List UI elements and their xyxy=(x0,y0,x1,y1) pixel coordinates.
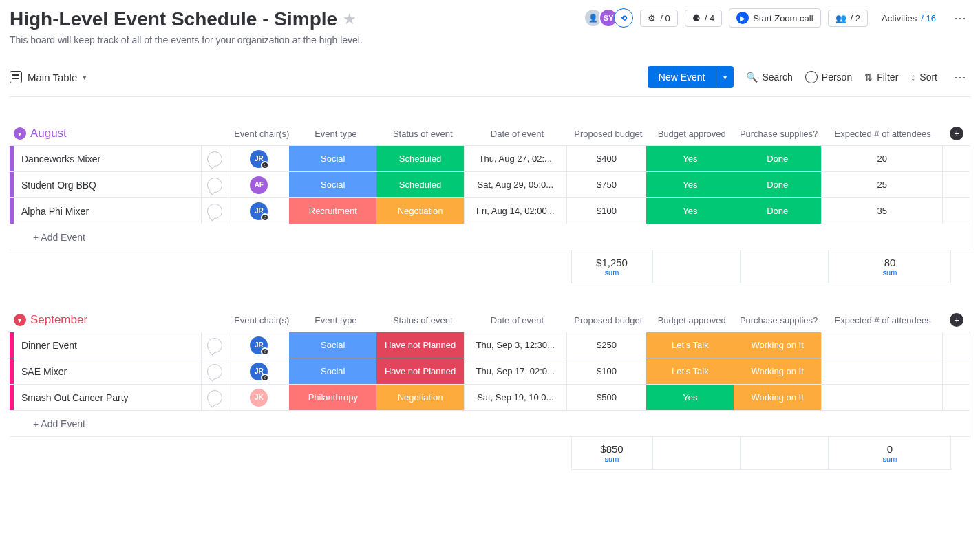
add-column-icon[interactable]: + xyxy=(950,127,963,140)
budget-approved-cell[interactable]: Yes xyxy=(646,146,734,171)
purchase-supplies-cell[interactable]: Done xyxy=(734,172,821,197)
table-row[interactable]: Alpha Phi Mixer JR⌂ Recruitment Negotiat… xyxy=(10,197,970,224)
event-chair-cell[interactable]: JR⌂ xyxy=(228,332,289,358)
board-description[interactable]: This board will keep track of all of the… xyxy=(10,34,363,45)
group-collapse-icon[interactable]: ▾ xyxy=(14,127,26,140)
purchase-supplies-cell[interactable]: Working on It xyxy=(734,385,821,410)
column-header-supplies[interactable]: Purchase supplies? xyxy=(735,315,822,325)
attendees-cell[interactable]: 35 xyxy=(821,198,942,224)
budget-approved-cell[interactable]: Yes xyxy=(646,172,734,197)
activities-chip[interactable]: Activities / 16 xyxy=(875,10,943,26)
add-event-button[interactable]: + Add Event xyxy=(14,418,85,429)
sort-button[interactable]: ↕ Sort xyxy=(910,72,937,83)
event-type-cell[interactable]: Philanthropy xyxy=(289,385,376,410)
table-row[interactable]: Dinner Event JR⌂ Social Have not Planned… xyxy=(10,332,970,358)
status-cell[interactable]: Have not Planned xyxy=(376,332,464,358)
budget-cell[interactable]: $750 xyxy=(566,172,647,197)
conversation-button[interactable] xyxy=(201,385,228,410)
budget-cell[interactable]: $500 xyxy=(566,385,647,410)
automations-chip[interactable]: ⚈ / 4 xyxy=(685,10,722,27)
event-chair-cell[interactable]: JR⌂ xyxy=(228,358,289,384)
add-event-button[interactable]: + Add Event xyxy=(14,232,85,243)
item-name-cell[interactable]: Smash Out Cancer Party xyxy=(14,385,201,410)
status-cell[interactable]: Have not Planned xyxy=(376,358,464,384)
budget-cell[interactable]: $100 xyxy=(566,198,647,224)
column-header-chair[interactable]: Event chair(s) xyxy=(231,129,292,139)
conversation-button[interactable] xyxy=(201,332,228,358)
column-header-type[interactable]: Event type xyxy=(292,129,379,139)
column-header-date[interactable]: Date of event xyxy=(466,315,568,325)
budget-approved-cell[interactable]: Let's Talk xyxy=(646,358,734,384)
column-header-type[interactable]: Event type xyxy=(292,315,379,325)
board-members-avatars[interactable]: 👤 SY ⟲ xyxy=(588,8,633,28)
conversation-button[interactable] xyxy=(201,146,228,171)
table-row[interactable]: SAE Mixer JR⌂ Social Have not Planned Th… xyxy=(10,358,970,384)
avatar-invite[interactable]: ⟲ xyxy=(614,8,633,28)
event-type-cell[interactable]: Social xyxy=(289,146,376,171)
budget-cell[interactable]: $400 xyxy=(566,146,647,171)
conversation-button[interactable] xyxy=(201,358,228,384)
event-chair-cell[interactable]: JK xyxy=(228,385,289,410)
column-header-approved[interactable]: Budget approved xyxy=(648,129,735,139)
event-type-cell[interactable]: Social xyxy=(289,172,376,197)
attendees-cell[interactable]: 20 xyxy=(821,146,942,171)
date-cell[interactable]: Fri, Aug 14, 02:00... xyxy=(464,198,566,224)
group-title[interactable]: August xyxy=(30,127,67,140)
budget-approved-cell[interactable]: Yes xyxy=(646,385,734,410)
attendees-cell[interactable] xyxy=(821,358,942,384)
event-type-cell[interactable]: Recruitment xyxy=(289,198,376,224)
board-title[interactable]: High-Level Event Schedule - Simple xyxy=(10,8,337,30)
item-name-cell[interactable]: SAE Mixer xyxy=(14,358,201,384)
group-title[interactable]: September xyxy=(30,313,87,327)
more-icon[interactable]: ⋯ xyxy=(950,10,970,25)
column-header-budget[interactable]: Proposed budget xyxy=(568,129,649,139)
status-cell[interactable]: Scheduled xyxy=(376,172,464,197)
column-header-date[interactable]: Date of event xyxy=(466,129,568,139)
search-button[interactable]: 🔍 Search xyxy=(746,72,792,83)
budget-cell[interactable]: $100 xyxy=(566,358,647,384)
attendees-cell[interactable] xyxy=(821,332,942,358)
purchase-supplies-cell[interactable]: Done xyxy=(734,198,821,224)
attendees-cell[interactable]: 25 xyxy=(821,172,942,197)
item-name-cell[interactable]: Alpha Phi Mixer xyxy=(14,198,201,224)
status-cell[interactable]: Scheduled xyxy=(376,146,464,171)
column-header-supplies[interactable]: Purchase supplies? xyxy=(735,129,822,139)
filter-button[interactable]: ⇅ Filter xyxy=(864,72,898,83)
column-header-chair[interactable]: Event chair(s) xyxy=(231,315,292,325)
attendees-cell[interactable] xyxy=(821,385,942,410)
item-name-cell[interactable]: Student Org BBQ xyxy=(14,172,201,197)
item-name-cell[interactable]: Danceworks Mixer xyxy=(14,146,201,171)
table-row[interactable]: Smash Out Cancer Party JK Philanthropy N… xyxy=(10,384,970,410)
column-header-status[interactable]: Status of event xyxy=(379,129,466,139)
purchase-supplies-cell[interactable]: Done xyxy=(734,146,821,171)
view-tab-main[interactable]: Main Table ▾ xyxy=(10,71,87,83)
budget-cell[interactable]: $250 xyxy=(566,332,647,358)
purchase-supplies-cell[interactable]: Working on It xyxy=(734,358,821,384)
budget-approved-cell[interactable]: Yes xyxy=(646,198,734,224)
members-chip[interactable]: 👥 / 2 xyxy=(828,10,868,27)
new-event-button[interactable]: New Event ▾ xyxy=(648,66,734,88)
conversation-button[interactable] xyxy=(201,198,228,224)
conversation-button[interactable] xyxy=(201,172,228,197)
column-header-status[interactable]: Status of event xyxy=(379,315,466,325)
chevron-down-icon[interactable]: ▾ xyxy=(716,68,734,87)
event-chair-cell[interactable]: JR⌂ xyxy=(228,198,289,224)
date-cell[interactable]: Thu, Sep 3, 12:30... xyxy=(464,332,566,358)
table-row[interactable]: Danceworks Mixer JR⌂ Social Scheduled Th… xyxy=(10,145,970,171)
zoom-button[interactable]: ▶ Start Zoom call xyxy=(729,8,820,28)
date-cell[interactable]: Thu, Sep 17, 02:0... xyxy=(464,358,566,384)
column-header-budget[interactable]: Proposed budget xyxy=(568,315,649,325)
status-cell[interactable]: Negotiation xyxy=(376,198,464,224)
column-header-attendees[interactable]: Expected # of attendees xyxy=(822,315,944,325)
star-icon[interactable]: ★ xyxy=(343,10,356,28)
event-type-cell[interactable]: Social xyxy=(289,332,376,358)
budget-approved-cell[interactable]: Let's Talk xyxy=(646,332,734,358)
status-cell[interactable]: Negotiation xyxy=(376,385,464,410)
event-type-cell[interactable]: Social xyxy=(289,358,376,384)
column-header-attendees[interactable]: Expected # of attendees xyxy=(822,129,944,139)
more-icon[interactable]: ⋯ xyxy=(950,69,970,85)
item-name-cell[interactable]: Dinner Event xyxy=(14,332,201,358)
date-cell[interactable]: Sat, Aug 29, 05:0... xyxy=(464,172,566,197)
add-column-icon[interactable]: + xyxy=(950,313,963,327)
event-chair-cell[interactable]: AF xyxy=(228,172,289,197)
